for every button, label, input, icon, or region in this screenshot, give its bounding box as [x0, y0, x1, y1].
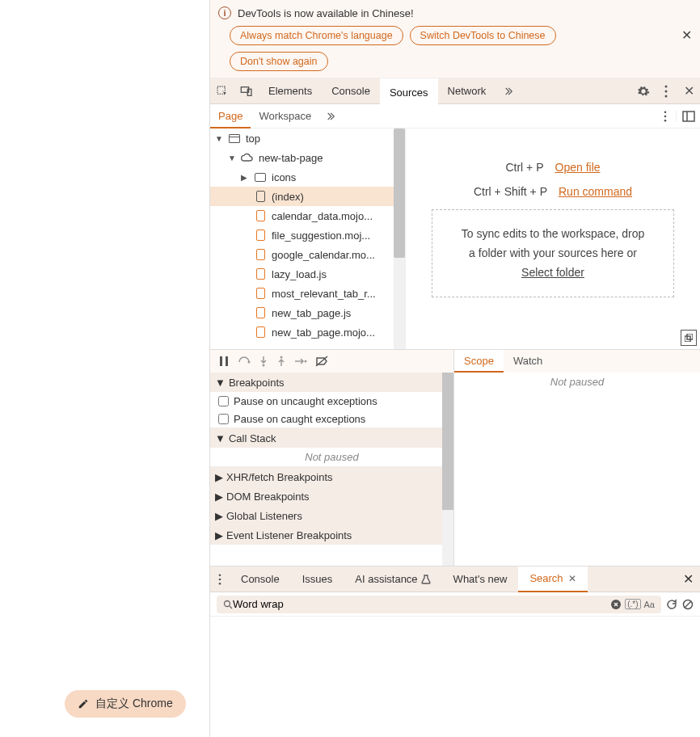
clear-search-icon[interactable] — [610, 599, 622, 610]
drawer-tab-console[interactable]: Console — [230, 566, 291, 592]
switch-language-button[interactable]: Switch DevTools to Chinese — [410, 26, 556, 45]
breakpoints-section-header[interactable]: ▼Breakpoints — [210, 373, 453, 392]
scope-not-paused: Not paused — [454, 373, 700, 391]
subtab-workspace[interactable]: Workspace — [251, 104, 319, 128]
dropzone-text: a folder with your sources here or — [452, 244, 654, 263]
inspect-icon[interactable] — [210, 78, 234, 104]
tree-node-top[interactable]: ▼ top — [210, 128, 405, 148]
tree-node-ntp[interactable]: ▼ new-tab-page — [210, 148, 405, 167]
pause-caught-row[interactable]: Pause on caught exceptions — [210, 410, 453, 427]
subtab-page[interactable]: Page — [210, 104, 251, 128]
tree-node-file[interactable]: new_tab_page.mojo... — [210, 322, 405, 342]
tab-scope[interactable]: Scope — [454, 350, 504, 373]
pause-icon[interactable] — [218, 356, 230, 367]
workspace-dropzone[interactable]: To sync edits to the workspace, drop a f… — [432, 209, 674, 297]
step-icon[interactable] — [294, 356, 307, 366]
tree-scrollbar[interactable] — [394, 128, 405, 349]
drawer-tab-ai[interactable]: AI assistance — [344, 566, 441, 592]
xhr-section-header[interactable]: ▶XHR/fetch Breakpoints — [210, 467, 453, 486]
tree-label: file_suggestion.moj... — [272, 230, 370, 242]
tree-label: icons — [272, 171, 296, 183]
case-sensitive-icon[interactable]: Aa — [644, 600, 655, 609]
tab-console[interactable]: Console — [322, 78, 380, 104]
file-icon — [254, 230, 267, 241]
close-infobar-icon[interactable]: ✕ — [681, 29, 692, 42]
svg-point-20 — [219, 574, 221, 576]
regex-icon[interactable]: (.*) — [625, 599, 640, 609]
svg-line-24 — [230, 606, 232, 609]
run-command-link[interactable]: Run command — [559, 185, 632, 198]
tree-node-file[interactable]: lazy_load.js — [210, 264, 405, 284]
svg-point-8 — [664, 119, 667, 121]
customize-chrome-button[interactable]: 自定义 Chrome — [65, 690, 186, 718]
dismiss-infobar-button[interactable]: Don't show again — [230, 52, 328, 71]
callstack-section-header[interactable]: ▼Call Stack — [210, 428, 453, 448]
deactivate-breakpoints-icon[interactable] — [315, 356, 328, 367]
callstack-not-paused: Not paused — [210, 448, 453, 466]
device-toggle-icon[interactable] — [234, 78, 259, 104]
event-section-header[interactable]: ▶Event Listener Breakpoints — [210, 525, 453, 545]
pause-caught-checkbox[interactable] — [218, 414, 229, 424]
open-file-shortcut: Ctrl + P — [505, 161, 543, 174]
settings-gear-icon[interactable] — [632, 78, 655, 104]
step-out-icon[interactable] — [276, 356, 286, 367]
search-input[interactable] — [233, 598, 610, 610]
section-label: Global Listeners — [226, 510, 302, 522]
drawer-kebab-icon[interactable] — [210, 574, 230, 585]
close-devtools-icon[interactable]: ✕ — [677, 78, 700, 104]
tree-node-file[interactable]: file_suggestion.moj... — [210, 225, 405, 245]
frame-icon — [228, 134, 241, 143]
svg-point-21 — [219, 578, 221, 580]
svg-point-15 — [248, 361, 251, 364]
file-icon — [254, 307, 267, 318]
step-over-icon[interactable] — [238, 356, 251, 367]
tree-node-index[interactable]: (index) — [210, 187, 405, 206]
show-console-icon[interactable] — [681, 330, 697, 346]
select-folder-link[interactable]: Select folder — [521, 266, 584, 279]
close-drawer-icon[interactable]: ✕ — [676, 573, 700, 586]
step-into-icon[interactable] — [259, 356, 268, 367]
tab-sources[interactable]: Sources — [380, 78, 438, 104]
pause-uncaught-row[interactable]: Pause on uncaught exceptions — [210, 392, 453, 410]
file-icon — [254, 191, 267, 202]
drawer-tab-whatsnew[interactable]: What's new — [442, 566, 519, 592]
file-icon — [254, 249, 267, 260]
file-navigator-tree[interactable]: ▼ top ▼ new-tab-page ▶ icons (index) cal… — [210, 128, 406, 349]
subtab-kebab-icon[interactable] — [655, 111, 676, 122]
tab-watch[interactable]: Watch — [504, 350, 552, 373]
search-icon — [223, 600, 233, 609]
clear-all-icon[interactable] — [682, 599, 694, 610]
svg-rect-14 — [226, 356, 228, 366]
svg-rect-9 — [683, 112, 694, 121]
language-infobar: i DevTools is now available in Chinese! … — [210, 0, 700, 78]
tree-node-icons[interactable]: ▶ icons — [210, 167, 405, 187]
dom-section-header[interactable]: ▶DOM Breakpoints — [210, 486, 453, 506]
match-language-button[interactable]: Always match Chrome's language — [230, 26, 403, 45]
tab-network[interactable]: Network — [438, 78, 496, 104]
global-section-header[interactable]: ▶Global Listeners — [210, 506, 453, 525]
svg-point-6 — [664, 111, 667, 113]
tree-node-file[interactable]: calendar_data.mojo... — [210, 206, 405, 225]
debugger-scrollbar[interactable] — [442, 373, 453, 566]
more-subtabs-icon[interactable] — [319, 111, 340, 122]
debugger-toolbar — [210, 350, 454, 373]
browser-content-area: 自定义 Chrome — [0, 0, 209, 737]
drawer-tab-issues[interactable]: Issues — [291, 566, 344, 592]
tree-node-file[interactable]: google_calendar.mo... — [210, 245, 405, 264]
tab-elements[interactable]: Elements — [259, 78, 322, 104]
kebab-menu-icon[interactable] — [655, 78, 677, 104]
open-file-link[interactable]: Open file — [555, 161, 601, 174]
pause-uncaught-checkbox[interactable] — [218, 396, 229, 406]
checkbox-label: Pause on caught exceptions — [234, 413, 365, 425]
svg-line-27 — [685, 601, 691, 608]
refresh-search-icon[interactable] — [666, 599, 677, 610]
dropzone-text: To sync edits to the workspace, drop — [452, 225, 654, 244]
tree-node-file[interactable]: new_tab_page.js — [210, 303, 405, 322]
drawer-tab-search[interactable]: Search✕ — [518, 566, 587, 592]
close-tab-icon[interactable]: ✕ — [568, 566, 576, 592]
tree-node-file[interactable]: most_relevant_tab_r... — [210, 284, 405, 303]
more-tabs-icon[interactable] — [495, 78, 520, 104]
svg-point-22 — [219, 582, 221, 584]
toggle-sidebar-icon[interactable] — [676, 111, 700, 122]
file-icon — [254, 326, 267, 338]
